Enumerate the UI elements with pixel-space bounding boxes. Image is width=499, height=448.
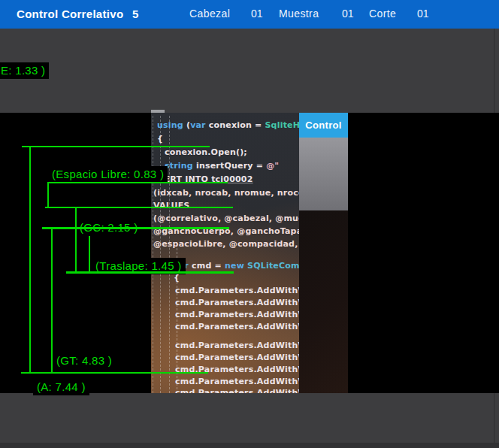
measure-line-gc	[42, 227, 229, 229]
measure-vertical-a	[29, 146, 31, 374]
code-line: using (var conexion = SqliteHelper.Op	[157, 120, 299, 130]
code-line: cmd.Parameters.AddWithValue(	[175, 353, 299, 362]
corte-value: 01	[417, 0, 429, 28]
label-a: (A: 7.44 )	[33, 379, 89, 395]
measure-line-espacio-bottom	[45, 207, 233, 208]
measure-line-espacio-top	[47, 182, 228, 183]
code-line: VALUES	[153, 201, 189, 210]
corte-label: Corte	[369, 0, 396, 28]
cabezal-label: Cabezal	[189, 0, 230, 28]
bottom-edge-strip	[0, 443, 499, 448]
page-title: Control Correlativo	[17, 0, 123, 28]
app-header: Control Correlativo 5 Cabezal 01 Muestra…	[0, 0, 499, 29]
code-line: cmd.Parameters.AddWithValue(	[175, 341, 299, 350]
screen: { "header": { "title": "Control Correlat…	[0, 0, 499, 448]
code-line: conexion.Open();	[165, 147, 247, 157]
cabezal-value: 01	[251, 0, 263, 28]
measure-line-traslape	[66, 271, 234, 274]
code-line: (@correlativo, @cabezal, @muestra,	[153, 213, 299, 223]
measure-line-gt	[21, 372, 208, 374]
measure-vertical-traslape	[89, 236, 90, 272]
code-line: cmd.Parameters.AddWithValue(	[175, 298, 299, 307]
code-line: string insertQuery = @"	[165, 161, 279, 171]
code-line: cmd.Parameters.AddWithValue(	[175, 310, 299, 319]
code-line: (idxcab, nrocab, nromue, nrocor, altc	[153, 188, 299, 198]
label-gt: (GT: 4.83 )	[56, 354, 112, 367]
camera-photo: using (var conexion = SqliteHelper.Op{co…	[151, 113, 348, 393]
code-line: cmd.Parameters.AddWithValue(	[175, 388, 299, 393]
code-line: cmd.Parameters.AddWithValue(	[175, 377, 299, 386]
label-espacio-libre: (Espacio Libre: 0.83 )	[48, 166, 168, 183]
code-line: cmd.Parameters.AddWithValue(	[175, 286, 299, 295]
code-line: {	[157, 134, 163, 144]
measure-vertical-gt	[51, 227, 53, 374]
measure-vertical-gc	[75, 207, 77, 273]
code-line: @espacioLibre, @compacidad, @esp	[153, 239, 299, 249]
measure-vertical-espacio	[47, 182, 49, 208]
measure-line-top	[22, 146, 210, 147]
code-area: using (var conexion = SqliteHelper.Op{co…	[151, 113, 299, 393]
muestra-value: 01	[342, 0, 354, 28]
muestra-label: Muestra	[279, 0, 319, 28]
photo-dark-right-area	[299, 210, 348, 393]
photo-gray-panel	[299, 138, 348, 210]
code-line: cmd.Parameters.AddWithValue(	[175, 322, 299, 331]
dashed-guide-line	[160, 116, 161, 393]
correlative-count: 5	[132, 0, 138, 28]
label-e-value: E: 1.33 )	[0, 62, 49, 79]
dashed-guide-line	[169, 116, 170, 393]
control-button-in-photo: Control	[299, 113, 348, 138]
dashed-guide-line	[153, 116, 153, 393]
